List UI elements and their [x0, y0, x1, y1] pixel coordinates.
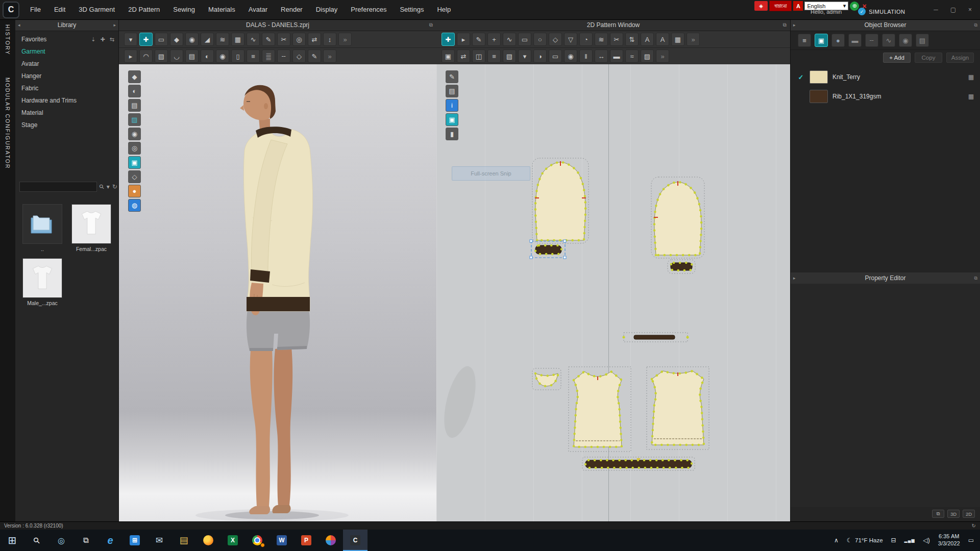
topstitch-tool[interactable]: ╌ — [277, 49, 290, 63]
word-app[interactable]: W — [270, 530, 294, 551]
buttonhole-2d-tool[interactable]: ▭ — [549, 49, 562, 63]
add-point-tool[interactable]: + — [487, 33, 501, 46]
thumbnail-male-garment[interactable]: Male_...zpac — [21, 258, 63, 306]
pattern-2d-canvas[interactable]: ✎▤i▣▮ Full-screen Snip — [436, 64, 790, 521]
search-button[interactable]: ⚲ — [24, 530, 49, 551]
file-explorer[interactable]: ▤ — [172, 530, 196, 551]
tack-tool[interactable]: ◎ — [292, 33, 306, 46]
show-garment-toggle[interactable]: ▤ — [128, 99, 141, 112]
buttonhole-tool[interactable]: ▯ — [231, 49, 244, 63]
select-move-tool[interactable]: ✚ — [139, 33, 153, 46]
overflow-icon[interactable]: » — [338, 33, 352, 46]
favorites-action-icon[interactable]: ✚ — [101, 33, 105, 45]
menu-edit[interactable]: Edit — [47, 0, 72, 19]
view-3d-button[interactable]: 3D — [947, 510, 960, 518]
detach-sewing-tool[interactable]: ✂ — [277, 33, 290, 46]
library-item-stage[interactable]: Stage — [15, 119, 118, 131]
select-mesh-tool[interactable]: ▦ — [231, 33, 244, 46]
puckering-tool[interactable]: ▒ — [262, 49, 275, 63]
library-item-avatar[interactable]: Avatar — [15, 58, 118, 70]
collapse-library-icon[interactable]: ◂ — [18, 22, 20, 28]
show-texture-toggle[interactable]: ▨ — [128, 113, 141, 126]
menu-settings[interactable]: Settings — [393, 0, 430, 19]
menu-display[interactable]: Display — [309, 0, 345, 19]
side-tab-history[interactable]: HISTORY — [5, 24, 11, 55]
microsoft-store[interactable]: ⊞ — [122, 530, 147, 551]
mail-app[interactable]: ✉ — [147, 530, 172, 551]
zipper-2d-tool[interactable]: ‖ — [579, 49, 593, 63]
start-button[interactable]: ⊞ — [0, 530, 24, 551]
menu-render[interactable]: Render — [274, 0, 309, 19]
powerpoint-app[interactable]: P — [294, 530, 318, 551]
pattern-piece-cuff-right[interactable] — [668, 260, 695, 273]
translate-globe-icon[interactable]: ⊕ — [850, 2, 859, 11]
pattern-text-tool[interactable]: A — [656, 33, 669, 46]
make-circle-tool[interactable]: ○ — [533, 33, 547, 46]
excel-app[interactable]: X — [220, 530, 245, 551]
annotate-text-tool[interactable]: A — [641, 33, 654, 46]
chrome-browser[interactable] — [245, 530, 270, 551]
stitch-tab[interactable]: ∿ — [882, 34, 895, 47]
render-mode-toggle[interactable]: ◐ — [128, 85, 141, 97]
library-item-garment[interactable]: Garment — [15, 45, 118, 58]
button-tab[interactable]: ◉ — [899, 34, 912, 47]
seam-tool[interactable]: ≋ — [595, 33, 608, 46]
show-stitch-toggle[interactable]: ◇ — [128, 170, 141, 183]
scene-manager-tab[interactable]: ≡ — [798, 34, 811, 47]
pinch-tool[interactable]: ◡ — [170, 49, 183, 63]
library-item-material[interactable]: Material — [15, 107, 118, 119]
popout-2d-window-icon[interactable]: ⧉ — [783, 19, 787, 31]
side-tab-modular-configurator[interactable]: MODULAR CONFIGURATOR — [5, 78, 11, 169]
clo3d-app[interactable]: C — [343, 530, 368, 551]
smooth-brush-tool[interactable]: ◠ — [139, 49, 153, 63]
menu-sewing[interactable]: Sewing — [166, 0, 202, 19]
popout-object-browser-icon[interactable]: ⧉ — [974, 22, 977, 28]
make-rectangle-tool[interactable]: ▭ — [518, 33, 531, 46]
topstitch-tab[interactable]: ╌ — [865, 34, 878, 47]
add-button[interactable]: + Add — [883, 53, 911, 63]
favorites-action-icon[interactable]: ⇣ — [91, 33, 95, 45]
pattern-outline-toggle[interactable]: ✎ — [446, 70, 458, 83]
status-refresh-icon[interactable]: ↻ — [972, 522, 976, 530]
firefox-browser[interactable] — [196, 530, 220, 551]
expand-library-icon[interactable]: ▸ — [113, 22, 116, 28]
grid-tool[interactable]: ▦ — [671, 33, 684, 46]
collapse-object-browser-icon[interactable]: ▸ — [793, 22, 796, 28]
trace-reference-tool[interactable]: ◑ — [533, 49, 547, 63]
cortana-button[interactable]: ◎ — [49, 530, 74, 551]
free-sewing-tool[interactable]: ✎ — [262, 33, 275, 46]
tape-tool[interactable]: ⇄ — [308, 33, 321, 46]
pattern-ruler-toggle[interactable]: ▤ — [446, 85, 458, 97]
comparison-tool[interactable]: ≈ — [625, 49, 639, 63]
collapse-property-editor-icon[interactable]: ▸ — [793, 276, 796, 281]
grainline-tool[interactable]: ◇ — [292, 49, 306, 63]
pattern-piece-sleeve-left[interactable] — [532, 158, 589, 243]
view-gizmo-icon[interactable]: ◆ — [128, 70, 141, 83]
colorway-edit-icon[interactable]: ▦ — [968, 93, 974, 100]
dual-view-button[interactable]: ⧉ — [932, 510, 944, 518]
edge-browser[interactable]: e — [98, 530, 122, 551]
unfold-tool[interactable]: ◫ — [472, 49, 485, 63]
pressure-tool[interactable]: ◐ — [201, 49, 214, 63]
favorites-action-icon[interactable]: ⇆ — [110, 33, 114, 45]
show-environment-toggle[interactable]: ◍ — [128, 199, 141, 212]
show-arrangement-toggle[interactable]: ◎ — [128, 142, 141, 155]
overflow-icon[interactable]: » — [323, 49, 336, 63]
pattern-info-toggle[interactable]: i — [446, 99, 458, 112]
library-item-favorites[interactable]: Favorites⇣✚⇆ — [15, 33, 118, 45]
align-tool[interactable]: ≡ — [487, 49, 501, 63]
menu-2d-pattern[interactable]: 2D Pattern — [121, 0, 166, 19]
show-avatar-toggle[interactable]: ◉ — [128, 128, 141, 140]
volume-tray-icon[interactable]: ◁) — [919, 530, 934, 551]
overflow-icon[interactable]: » — [656, 49, 669, 63]
move-pattern-tool[interactable]: ◆ — [170, 33, 183, 46]
cut-and-sew-tool[interactable]: ✂ — [610, 33, 623, 46]
texture-editor-tool[interactable]: ▨ — [641, 49, 654, 63]
minimize-button[interactable]: ─ — [934, 6, 938, 13]
pattern-piece-back-bodice[interactable] — [647, 367, 709, 449]
pattern-piece-neckband[interactable] — [623, 333, 689, 342]
popout-3d-window-icon[interactable]: ⧉ — [429, 19, 433, 31]
thumbnail-parent-folder[interactable]: .. — [21, 204, 63, 252]
library-item-fabric[interactable]: Fabric — [15, 82, 118, 94]
photos-app[interactable] — [318, 530, 343, 551]
